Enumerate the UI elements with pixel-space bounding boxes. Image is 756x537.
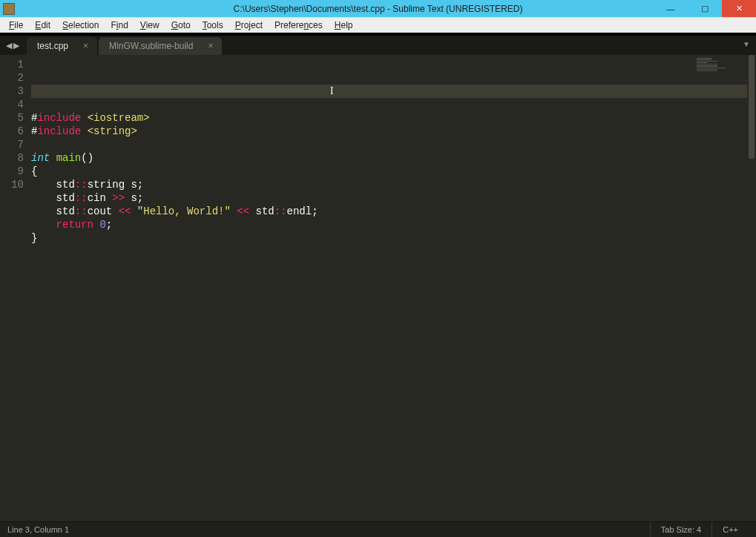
line-number: 8 [0,151,24,165]
line-number: 9 [0,165,24,178]
line-number: 10 [0,178,24,191]
close-button[interactable]: ✕ [722,0,756,17]
menu-item[interactable]: Help [329,19,359,32]
line-number: 4 [0,98,24,111]
file-tab[interactable]: MinGW.sublime-build× [99,37,222,55]
menu-item[interactable]: Selection [56,19,105,32]
status-bar: Line 3, Column 1 Tab Size: 4 C++ [0,521,756,537]
minimize-button[interactable]: — [654,0,688,17]
tab-size[interactable]: Tab Size: 4 [650,522,711,537]
tab-nav-arrows: ◀ ▶ [6,41,27,50]
code-area[interactable]: I #include <iostream>#include <string>in… [31,55,756,521]
window-title: C:\Users\Stephen\Documents\test.cpp - Su… [234,4,523,14]
line-number: 1 [0,58,24,71]
line-number: 6 [0,125,24,138]
menu-item[interactable]: Edit [29,19,56,32]
minimap[interactable] [697,58,749,71]
tab-close-icon[interactable]: × [83,41,88,51]
code-line[interactable]: std::cin >> s; [31,191,756,205]
tab-back-icon[interactable]: ◀ [6,41,12,50]
cursor-position[interactable]: Line 3, Column 1 [7,525,69,534]
file-tab[interactable]: test.cpp× [27,37,97,55]
line-number: 5 [0,111,24,125]
current-line-highlight [31,85,756,98]
menu-bar: FileEditSelectionFindViewGotoToolsProjec… [0,17,756,33]
window-titlebar: C:\Users\Stephen\Documents\test.cpp - Su… [0,0,756,17]
code-line[interactable]: std::string s; [31,178,756,191]
menu-item[interactable]: Tools [197,19,229,32]
tab-close-icon[interactable]: × [208,41,213,51]
app-icon [3,3,15,15]
menu-item[interactable]: View [134,19,165,32]
code-line[interactable] [31,138,756,151]
menu-item[interactable]: Preferences [269,19,329,32]
menu-item[interactable]: File [3,19,29,32]
menu-item[interactable]: Find [105,19,134,32]
tab-forward-icon[interactable]: ▶ [13,41,19,50]
editor-area[interactable]: 12345678910 I #include <iostream>#includ… [0,55,756,521]
tab-overflow-icon[interactable]: ▼ [743,40,750,48]
maximize-button[interactable]: ▢ [688,0,722,17]
code-line[interactable]: return 0; [31,218,756,231]
line-number: 3 [0,85,24,98]
code-line[interactable]: int main() [31,151,756,165]
code-line[interactable]: } [31,231,756,245]
tab-label: test.cpp [37,41,68,51]
menu-item[interactable]: Goto [165,19,197,32]
syntax-mode[interactable]: C++ [711,522,749,537]
code-line[interactable]: #include <string> [31,125,756,138]
tab-bar: ◀ ▶ test.cpp×MinGW.sublime-build× ▼ [0,36,756,55]
window-buttons: — ▢ ✕ [654,0,756,17]
code-line[interactable]: { [31,165,756,178]
line-number: 7 [0,138,24,151]
menu-item[interactable]: Project [229,19,269,32]
line-number-gutter: 12345678910 [0,55,31,521]
line-number: 2 [0,71,24,85]
code-line[interactable]: #include <iostream> [31,111,756,125]
code-line[interactable]: std::cout << "Hello, World!" << std::end… [31,205,756,218]
text-cursor: I [330,85,331,96]
tab-label: MinGW.sublime-build [109,41,193,51]
